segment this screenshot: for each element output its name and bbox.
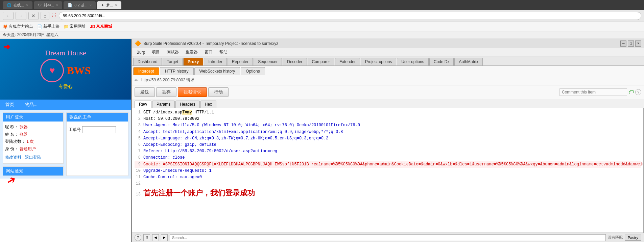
next-button[interactable]: ▶: [161, 234, 168, 241]
req-line-6: 6Accept-Encoding: gzip, deflate: [135, 142, 641, 148]
burp-titlebar: 🔶 Burp Suite Professional v2020.4 - Temp…: [132, 39, 644, 48]
tab-label-2: 封神...: [44, 3, 54, 8]
bookmark-1[interactable]: 🦊 火狐官方站点: [3, 24, 33, 29]
user-actions: 修改资料 退出登陆: [5, 154, 61, 161]
bookmark-2[interactable]: 📄 新手上路: [37, 24, 59, 29]
req-tab-raw[interactable]: Raw: [135, 101, 151, 108]
address-bar[interactable]: [59, 12, 641, 20]
tab-repeater[interactable]: Repeater: [228, 58, 253, 65]
req-tab-params[interactable]: Params: [152, 101, 175, 108]
notice-panel: 网站通知: [3, 166, 64, 176]
main-layout: ➔ Dream House ♥ BWS 有爱心 首页 物品... 用户登录: [0, 39, 644, 242]
nickname-row: 昵 称： 张器: [5, 124, 61, 131]
website-navbar: 首页 物品...: [0, 100, 131, 110]
apply-button[interactable]: Pastry: [625, 235, 641, 241]
burp-suite-panel: 🔶 Burp Suite Professional v2020.4 - Temp…: [132, 39, 644, 242]
home-button[interactable]: ⌂: [41, 12, 49, 20]
subtab-intercept[interactable]: Intercept: [133, 67, 159, 75]
login-count-row: 登陆次数： 1 次: [5, 138, 61, 145]
prev-button[interactable]: ◀: [152, 234, 159, 241]
tab-target[interactable]: Target: [163, 58, 183, 65]
forward-button[interactable]: →: [16, 12, 26, 20]
nav-home[interactable]: 首页: [0, 100, 20, 110]
reload-button[interactable]: ✕: [28, 12, 39, 20]
tab-close-2[interactable]: ×: [56, 3, 58, 7]
intercept-toggle-button[interactable]: 拦截请求: [178, 87, 207, 97]
req-line-1: 1GET /d/index.aspT=my HTTP/1.1: [135, 109, 641, 116]
action-button[interactable]: 行动: [208, 87, 229, 97]
browser-tab-active[interactable]: ✦ 梦... ×: [97, 1, 121, 9]
name-label: 姓 名：: [5, 132, 18, 137]
subtab-http-history[interactable]: HTTP history: [160, 67, 194, 75]
close-button[interactable]: ×: [635, 41, 641, 47]
help-bottom-button[interactable]: ?: [135, 234, 141, 241]
browser-tab-2[interactable]: 🛡 封神... ×: [34, 1, 63, 9]
browser-navbar: ← → ✕ ⌂ 🛡: [0, 10, 644, 22]
menu-scanner[interactable]: 测试器: [163, 48, 182, 56]
comment-input[interactable]: [559, 88, 627, 96]
menu-help[interactable]: 帮助: [216, 48, 231, 56]
menu-burp[interactable]: Burp: [133, 49, 148, 56]
tab-label-3: 8.2 基...: [74, 3, 88, 8]
req-line-10: 10Upgrade-Insecure-Requests: 1: [135, 168, 641, 174]
req-line-11: 11Cache-Control: max-age=0: [135, 174, 641, 181]
tab-authmatrix[interactable]: AuthMatrix: [454, 58, 482, 65]
tab-label-4: 梦...: [106, 3, 113, 8]
notice-title: 网站通知: [3, 167, 63, 176]
nickname-value: 张器: [20, 125, 28, 129]
back-button[interactable]: ←: [3, 12, 14, 20]
website-body: 用户登录 昵 称： 张器 姓 名： 张器 登陆次数： 1 次: [0, 110, 131, 179]
browser-tab[interactable]: 🌐 在线... ×: [3, 1, 32, 9]
request-content: 1GET /d/index.aspT=my HTTP/1.1 2Host: 59…: [132, 108, 644, 233]
current-date: 今天是: 2020年5月23日 星期六: [3, 32, 58, 37]
nav-items[interactable]: 物品...: [20, 100, 43, 110]
job-label: 工单号: [69, 127, 81, 133]
subtab-options[interactable]: Options: [241, 67, 265, 75]
browser-tab-3[interactable]: 📄 8.2 基... ×: [64, 1, 96, 9]
tab-decoder[interactable]: Decoder: [283, 58, 307, 65]
minimize-button[interactable]: ─: [620, 41, 626, 47]
intercept-toolbar: ✏ http://59.63.200.79:8002 请求: [132, 75, 644, 85]
tab-close-3[interactable]: ×: [90, 3, 92, 7]
tab-sequencer[interactable]: Sequencer: [254, 58, 282, 65]
search-input[interactable]: [170, 234, 606, 241]
login-count-label: 登陆次数：: [5, 139, 25, 144]
send-button[interactable]: 发送: [135, 87, 155, 97]
user-panel-title: 用户登录: [3, 113, 63, 122]
logout-link[interactable]: 退出登陆: [25, 155, 41, 160]
login-count-value: 1 次: [26, 139, 34, 144]
bookmarks-bar: 🦊 火狐官方站点 📄 新手上路 📁 常用网址 JD 京东商城: [0, 22, 644, 31]
tab-extender[interactable]: Extender: [335, 58, 360, 65]
settings-bottom-button[interactable]: ⚙: [143, 234, 150, 241]
burp-logo-icon: 🔶: [135, 40, 141, 47]
req-tab-headers[interactable]: Headers: [175, 101, 199, 108]
no-match-label: 没有匹配: [608, 235, 623, 240]
tag-icon: 🏷: [628, 89, 634, 95]
bookmark-4[interactable]: JD 京东商城: [90, 24, 112, 29]
menu-project[interactable]: 项目: [148, 48, 163, 56]
tab-dashboard[interactable]: Dashboard: [133, 58, 162, 65]
tab-codedx[interactable]: Code Dx: [429, 58, 454, 65]
tab-user-options[interactable]: User options: [397, 58, 428, 65]
maximize-button[interactable]: □: [628, 41, 634, 47]
job-input[interactable]: [82, 126, 116, 133]
intercept-url: http://59.63.200.79:8002 请求: [141, 77, 194, 83]
subtab-websockets[interactable]: WebSockets history: [194, 67, 240, 75]
menu-repeater[interactable]: 重发器: [182, 48, 201, 56]
annotation-arrow-top: ➔: [3, 43, 10, 51]
tab-comparer[interactable]: Comparer: [308, 58, 334, 65]
bookmark-3[interactable]: 📁 常用网址: [64, 24, 86, 29]
website-banner: ➔ Dream House ♥ BWS 有爱心: [0, 39, 131, 100]
brand-slogan: 有爱心: [40, 84, 91, 90]
menu-window[interactable]: 窗口: [201, 48, 216, 56]
edit-profile-link[interactable]: 修改资料: [5, 155, 21, 160]
tab-icon-3: 📄: [68, 3, 72, 7]
discard-button[interactable]: 丢弃: [156, 87, 176, 97]
tab-close-1[interactable]: ×: [26, 3, 28, 7]
shield-icon: 🛡: [51, 13, 57, 19]
tab-project-options[interactable]: Project options: [361, 58, 396, 65]
tab-proxy[interactable]: Proxy: [183, 58, 203, 65]
tab-intruder[interactable]: Intruder: [204, 58, 226, 65]
req-tab-hex[interactable]: Hex: [200, 101, 216, 108]
tab-close-4[interactable]: ×: [115, 3, 117, 7]
